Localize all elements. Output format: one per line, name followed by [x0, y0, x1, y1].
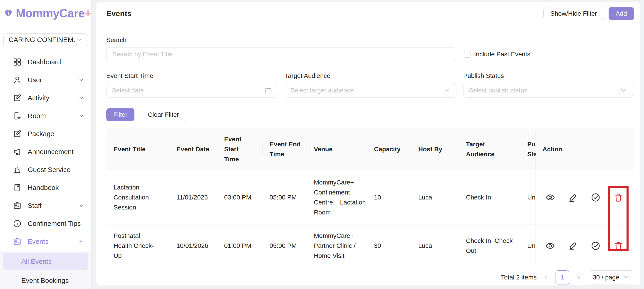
- chevron-down-icon: [620, 87, 627, 94]
- sidebar-menu: Dashboard User Activity Room Package Ann…: [0, 53, 91, 251]
- capacity-cell: 10: [367, 170, 411, 224]
- edit-event-icon[interactable]: [568, 241, 578, 251]
- sidebar: MommyCare+ CARING CONFINEM... Dashboard …: [0, 0, 92, 289]
- calendar-icon: [264, 87, 272, 94]
- column-header-event-title: Event Title: [106, 128, 169, 170]
- brand-name: MommyCare+: [16, 6, 91, 20]
- filter-fields-row: Event Start Time Target Audience Select …: [106, 72, 634, 98]
- action-cell: [536, 170, 634, 224]
- previous-page-icon[interactable]: [542, 274, 549, 281]
- sidebar-item-room[interactable]: Room: [0, 107, 91, 125]
- delete-event-icon[interactable]: [613, 241, 623, 251]
- sidebar-item-events[interactable]: Events: [0, 233, 91, 251]
- next-page-icon[interactable]: [575, 274, 582, 281]
- service-bell-icon: [13, 165, 22, 174]
- event-end-time-cell: 05:00 PM: [262, 170, 306, 224]
- events-table: Event Title Event Date Event Start Time …: [106, 128, 634, 267]
- filter-section: Search Include Past Events Event Start T…: [96, 36, 640, 284]
- target-audience-field: Target Audience Select target audience: [285, 72, 456, 98]
- event-start-time-label: Event Start Time: [106, 72, 278, 80]
- host-by-cell: Luca: [411, 170, 459, 224]
- view-event-icon[interactable]: [545, 192, 555, 202]
- event-date-cell: 10/01/2026: [169, 224, 217, 267]
- capacity-cell: 30: [367, 224, 411, 267]
- include-past-events-checkbox[interactable]: [464, 51, 470, 58]
- company-selector[interactable]: CARING CONFINEM...: [3, 33, 88, 46]
- view-event-icon[interactable]: [545, 241, 555, 251]
- host-by-cell: Luca: [411, 224, 459, 267]
- sidebar-item-package[interactable]: Package: [0, 125, 91, 143]
- chevron-down-icon: [623, 274, 629, 280]
- publish-status-field: Publish Status Select publish status: [463, 72, 633, 98]
- event-title-cell: Lactation Consultation Session: [106, 170, 169, 224]
- card-header: Events Show/Hide Filter Add: [96, 2, 640, 26]
- target-audience-select[interactable]: Select target audience: [285, 83, 456, 98]
- search-input[interactable]: [106, 47, 456, 61]
- delete-event-icon[interactable]: [613, 192, 623, 202]
- pagination: Total 2 items 1 30 / page: [106, 270, 634, 284]
- event-end-time-cell: 05:00 PM: [262, 224, 306, 267]
- sidebar-item-user[interactable]: User: [0, 71, 91, 89]
- date-input[interactable]: [112, 83, 264, 98]
- publish-status-select[interactable]: Select publish status: [463, 83, 633, 98]
- company-selector-value: CARING CONFINEM...: [9, 36, 76, 44]
- search-row: Include Past Events: [106, 47, 634, 61]
- event-date-cell: 11/01/2026: [169, 170, 217, 224]
- chevron-up-icon: [78, 238, 84, 245]
- include-past-events-option[interactable]: Include Past Events: [464, 51, 530, 58]
- sidebar-item-dashboard[interactable]: Dashboard: [0, 53, 91, 71]
- sidebar-item-staff[interactable]: Staff: [0, 197, 91, 215]
- filter-button[interactable]: Filter: [106, 108, 134, 121]
- page-number-button[interactable]: 1: [555, 270, 569, 284]
- sidebar-item-activity[interactable]: Activity: [0, 89, 91, 107]
- sidebar-item-guest-service[interactable]: Guest Service: [0, 161, 91, 179]
- date-picker[interactable]: [106, 83, 278, 98]
- chevron-down-icon: [76, 36, 83, 43]
- publish-status-label: Publish Status: [463, 72, 633, 80]
- clear-filter-button[interactable]: Clear Filter: [141, 108, 186, 121]
- column-header-venue: Venue: [306, 128, 367, 170]
- publish-event-icon[interactable]: [591, 241, 601, 251]
- add-button[interactable]: Add: [608, 7, 634, 20]
- venue-cell: MommyCare+ Partner Clinic / Home Visit: [306, 224, 367, 267]
- dashboard-icon: [13, 58, 22, 67]
- room-icon: [13, 111, 22, 120]
- events-card: Events Show/Hide Filter Add Search Inclu…: [96, 2, 640, 285]
- id-badge-icon: [13, 201, 22, 210]
- target-audience-cell: Check In, Check Out: [459, 224, 520, 267]
- sidebar-item-announcement[interactable]: Announcement: [0, 143, 91, 161]
- header-actions: Show/Hide Filter Add: [544, 7, 634, 20]
- chevron-down-icon: [78, 95, 84, 101]
- target-audience-label: Target Audience: [285, 72, 456, 80]
- event-start-time-cell: 03:00 PM: [217, 170, 262, 224]
- pagination-total: Total 2 items: [501, 274, 536, 281]
- sidebar-item-all-events[interactable]: All Events: [3, 253, 88, 270]
- sidebar-item-handbook[interactable]: Handbook: [0, 179, 91, 197]
- target-audience-cell: Check In: [459, 170, 520, 224]
- brand-logo: MommyCare+: [0, 0, 91, 24]
- chevron-down-icon: [78, 113, 84, 119]
- heart-logo-icon: [4, 4, 13, 23]
- show-hide-filter-button[interactable]: Show/Hide Filter: [544, 7, 604, 20]
- column-header-event-start-time: Event Start Time: [217, 128, 262, 170]
- edit-event-icon[interactable]: [568, 192, 578, 202]
- column-header-capacity: Capacity: [367, 128, 411, 170]
- page-title: Events: [106, 9, 132, 18]
- column-header-event-date: Event Date: [169, 128, 217, 170]
- events-submenu: All Events Event Bookings: [0, 251, 91, 289]
- page-size-select[interactable]: 30 / page: [588, 270, 634, 284]
- include-past-events-label: Include Past Events: [474, 51, 530, 58]
- column-header-host-by: Host By: [411, 128, 459, 170]
- sidebar-item-confinement-tips[interactable]: Confinement Tips: [0, 215, 91, 233]
- venue-cell: MommyCare+ Confinement Centre – Lactatio…: [306, 170, 367, 224]
- sidebar-item-event-bookings[interactable]: Event Bookings: [3, 272, 88, 289]
- event-start-time-field: Event Start Time: [106, 72, 278, 98]
- event-title-cell: Postnatal Health Check-Up: [106, 224, 169, 267]
- publish-event-icon[interactable]: [591, 192, 601, 202]
- filter-buttons-row: Filter Clear Filter: [106, 108, 634, 121]
- user-icon: [13, 75, 22, 85]
- package-icon: [13, 129, 22, 138]
- chevron-down-icon: [78, 202, 84, 209]
- events-icon: [13, 237, 22, 246]
- chevron-down-icon: [443, 87, 451, 94]
